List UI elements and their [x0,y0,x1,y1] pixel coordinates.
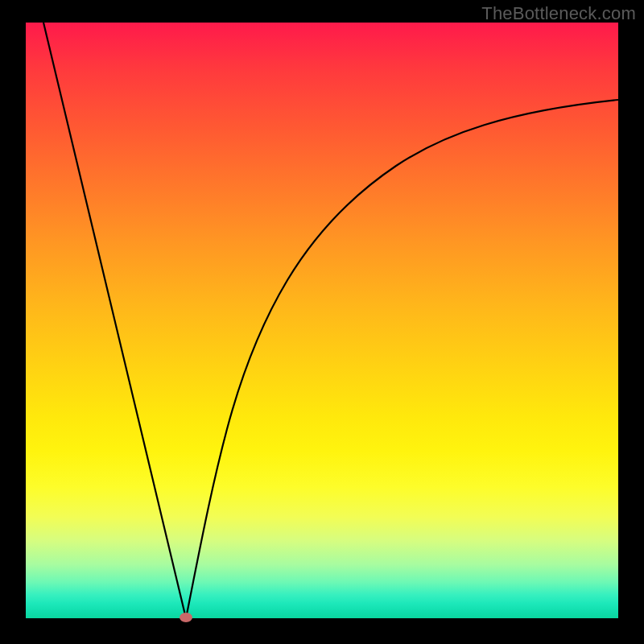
curve-left-branch [43,23,186,618]
watermark-text: TheBottleneck.com [481,3,636,24]
minimum-marker [180,613,192,622]
plot-area [26,23,618,618]
curve-right-branch [186,100,618,618]
bottleneck-curve [26,23,618,618]
chart-frame: TheBottleneck.com [0,0,644,644]
